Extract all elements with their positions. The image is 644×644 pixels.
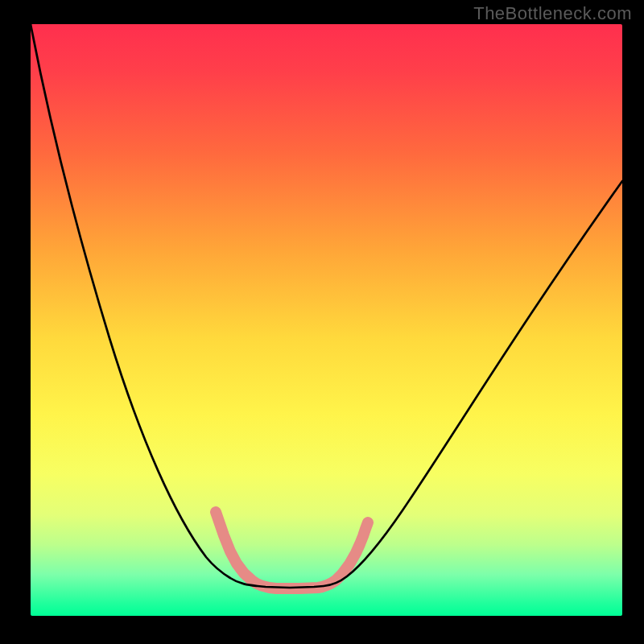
plot-background xyxy=(31,24,622,616)
watermark-label: TheBottleneck.com xyxy=(473,3,632,24)
chart-stage: TheBottleneck.com xyxy=(0,0,644,644)
